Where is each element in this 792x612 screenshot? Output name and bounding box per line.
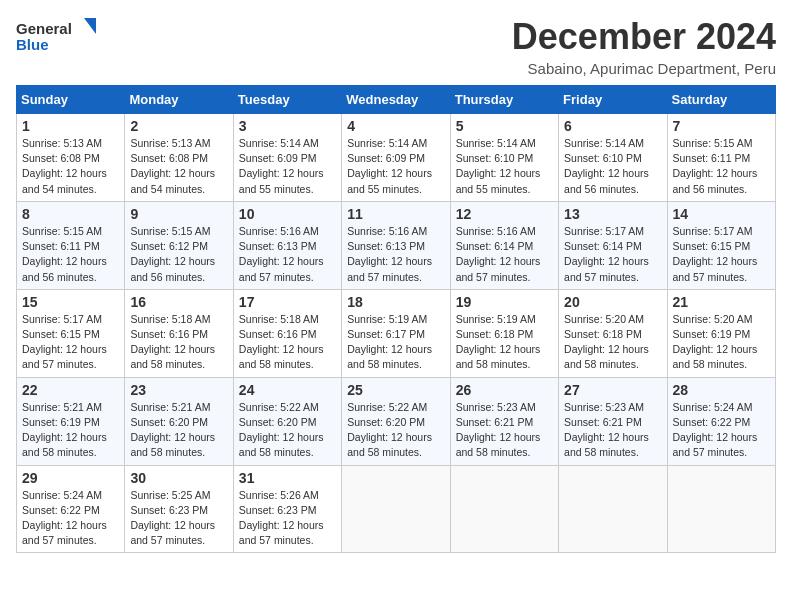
day-number: 12 xyxy=(456,206,553,222)
calendar-cell: 11 Sunrise: 5:16 AM Sunset: 6:13 PM Dayl… xyxy=(342,201,450,289)
calendar-cell: 15 Sunrise: 5:17 AM Sunset: 6:15 PM Dayl… xyxy=(17,289,125,377)
day-number: 7 xyxy=(673,118,770,134)
calendar-cell: 18 Sunrise: 5:19 AM Sunset: 6:17 PM Dayl… xyxy=(342,289,450,377)
svg-text:General: General xyxy=(16,20,72,37)
calendar-cell: 7 Sunrise: 5:15 AM Sunset: 6:11 PM Dayli… xyxy=(667,114,775,202)
location-title: Sabaino, Apurimac Department, Peru xyxy=(512,60,776,77)
day-info: Sunrise: 5:19 AM Sunset: 6:17 PM Dayligh… xyxy=(347,312,444,373)
header-thursday: Thursday xyxy=(450,86,558,114)
svg-marker-2 xyxy=(84,18,96,34)
month-title: December 2024 xyxy=(512,16,776,58)
calendar-cell: 14 Sunrise: 5:17 AM Sunset: 6:15 PM Dayl… xyxy=(667,201,775,289)
calendar-cell: 31 Sunrise: 5:26 AM Sunset: 6:23 PM Dayl… xyxy=(233,465,341,553)
calendar-cell: 29 Sunrise: 5:24 AM Sunset: 6:22 PM Dayl… xyxy=(17,465,125,553)
day-number: 29 xyxy=(22,470,119,486)
logo: General Blue xyxy=(16,16,96,56)
day-info: Sunrise: 5:17 AM Sunset: 6:15 PM Dayligh… xyxy=(673,224,770,285)
day-info: Sunrise: 5:23 AM Sunset: 6:21 PM Dayligh… xyxy=(564,400,661,461)
calendar-cell: 24 Sunrise: 5:22 AM Sunset: 6:20 PM Dayl… xyxy=(233,377,341,465)
day-info: Sunrise: 5:20 AM Sunset: 6:19 PM Dayligh… xyxy=(673,312,770,373)
day-number: 21 xyxy=(673,294,770,310)
header-wednesday: Wednesday xyxy=(342,86,450,114)
day-info: Sunrise: 5:16 AM Sunset: 6:13 PM Dayligh… xyxy=(239,224,336,285)
day-number: 8 xyxy=(22,206,119,222)
weekday-header-row: Sunday Monday Tuesday Wednesday Thursday… xyxy=(17,86,776,114)
calendar-cell: 12 Sunrise: 5:16 AM Sunset: 6:14 PM Dayl… xyxy=(450,201,558,289)
day-info: Sunrise: 5:18 AM Sunset: 6:16 PM Dayligh… xyxy=(130,312,227,373)
day-info: Sunrise: 5:14 AM Sunset: 6:10 PM Dayligh… xyxy=(456,136,553,197)
day-number: 24 xyxy=(239,382,336,398)
day-number: 2 xyxy=(130,118,227,134)
day-number: 17 xyxy=(239,294,336,310)
day-info: Sunrise: 5:20 AM Sunset: 6:18 PM Dayligh… xyxy=(564,312,661,373)
calendar-cell: 6 Sunrise: 5:14 AM Sunset: 6:10 PM Dayli… xyxy=(559,114,667,202)
calendar-cell xyxy=(342,465,450,553)
calendar-cell: 20 Sunrise: 5:20 AM Sunset: 6:18 PM Dayl… xyxy=(559,289,667,377)
day-info: Sunrise: 5:15 AM Sunset: 6:12 PM Dayligh… xyxy=(130,224,227,285)
day-info: Sunrise: 5:16 AM Sunset: 6:13 PM Dayligh… xyxy=(347,224,444,285)
header-friday: Friday xyxy=(559,86,667,114)
calendar-cell: 23 Sunrise: 5:21 AM Sunset: 6:20 PM Dayl… xyxy=(125,377,233,465)
day-number: 26 xyxy=(456,382,553,398)
day-info: Sunrise: 5:17 AM Sunset: 6:14 PM Dayligh… xyxy=(564,224,661,285)
day-number: 25 xyxy=(347,382,444,398)
day-number: 28 xyxy=(673,382,770,398)
day-number: 14 xyxy=(673,206,770,222)
day-number: 4 xyxy=(347,118,444,134)
calendar-cell: 28 Sunrise: 5:24 AM Sunset: 6:22 PM Dayl… xyxy=(667,377,775,465)
calendar-cell: 5 Sunrise: 5:14 AM Sunset: 6:10 PM Dayli… xyxy=(450,114,558,202)
calendar-cell: 1 Sunrise: 5:13 AM Sunset: 6:08 PM Dayli… xyxy=(17,114,125,202)
day-info: Sunrise: 5:15 AM Sunset: 6:11 PM Dayligh… xyxy=(22,224,119,285)
calendar-cell: 25 Sunrise: 5:22 AM Sunset: 6:20 PM Dayl… xyxy=(342,377,450,465)
day-info: Sunrise: 5:22 AM Sunset: 6:20 PM Dayligh… xyxy=(239,400,336,461)
week-row-4: 22 Sunrise: 5:21 AM Sunset: 6:19 PM Dayl… xyxy=(17,377,776,465)
day-number: 11 xyxy=(347,206,444,222)
day-info: Sunrise: 5:13 AM Sunset: 6:08 PM Dayligh… xyxy=(22,136,119,197)
calendar-cell: 8 Sunrise: 5:15 AM Sunset: 6:11 PM Dayli… xyxy=(17,201,125,289)
title-area: December 2024 Sabaino, Apurimac Departme… xyxy=(512,16,776,77)
calendar-cell xyxy=(559,465,667,553)
calendar-cell: 30 Sunrise: 5:25 AM Sunset: 6:23 PM Dayl… xyxy=(125,465,233,553)
calendar-cell xyxy=(667,465,775,553)
day-info: Sunrise: 5:18 AM Sunset: 6:16 PM Dayligh… xyxy=(239,312,336,373)
day-info: Sunrise: 5:14 AM Sunset: 6:09 PM Dayligh… xyxy=(347,136,444,197)
day-number: 27 xyxy=(564,382,661,398)
day-info: Sunrise: 5:13 AM Sunset: 6:08 PM Dayligh… xyxy=(130,136,227,197)
day-number: 3 xyxy=(239,118,336,134)
calendar-cell: 22 Sunrise: 5:21 AM Sunset: 6:19 PM Dayl… xyxy=(17,377,125,465)
day-number: 18 xyxy=(347,294,444,310)
day-info: Sunrise: 5:15 AM Sunset: 6:11 PM Dayligh… xyxy=(673,136,770,197)
calendar-table: Sunday Monday Tuesday Wednesday Thursday… xyxy=(16,85,776,553)
calendar-cell: 3 Sunrise: 5:14 AM Sunset: 6:09 PM Dayli… xyxy=(233,114,341,202)
day-number: 15 xyxy=(22,294,119,310)
day-info: Sunrise: 5:24 AM Sunset: 6:22 PM Dayligh… xyxy=(22,488,119,549)
day-number: 23 xyxy=(130,382,227,398)
day-number: 16 xyxy=(130,294,227,310)
day-info: Sunrise: 5:26 AM Sunset: 6:23 PM Dayligh… xyxy=(239,488,336,549)
day-info: Sunrise: 5:23 AM Sunset: 6:21 PM Dayligh… xyxy=(456,400,553,461)
day-number: 19 xyxy=(456,294,553,310)
week-row-3: 15 Sunrise: 5:17 AM Sunset: 6:15 PM Dayl… xyxy=(17,289,776,377)
calendar-cell xyxy=(450,465,558,553)
calendar-cell: 2 Sunrise: 5:13 AM Sunset: 6:08 PM Dayli… xyxy=(125,114,233,202)
logo-svg: General Blue xyxy=(16,16,96,56)
day-info: Sunrise: 5:22 AM Sunset: 6:20 PM Dayligh… xyxy=(347,400,444,461)
day-number: 30 xyxy=(130,470,227,486)
day-number: 1 xyxy=(22,118,119,134)
calendar-cell: 9 Sunrise: 5:15 AM Sunset: 6:12 PM Dayli… xyxy=(125,201,233,289)
calendar-cell: 4 Sunrise: 5:14 AM Sunset: 6:09 PM Dayli… xyxy=(342,114,450,202)
calendar-cell: 10 Sunrise: 5:16 AM Sunset: 6:13 PM Dayl… xyxy=(233,201,341,289)
day-info: Sunrise: 5:21 AM Sunset: 6:19 PM Dayligh… xyxy=(22,400,119,461)
header: General Blue December 2024 Sabaino, Apur… xyxy=(16,16,776,77)
day-info: Sunrise: 5:16 AM Sunset: 6:14 PM Dayligh… xyxy=(456,224,553,285)
svg-text:Blue: Blue xyxy=(16,36,49,53)
calendar-cell: 27 Sunrise: 5:23 AM Sunset: 6:21 PM Dayl… xyxy=(559,377,667,465)
day-number: 20 xyxy=(564,294,661,310)
day-info: Sunrise: 5:19 AM Sunset: 6:18 PM Dayligh… xyxy=(456,312,553,373)
week-row-5: 29 Sunrise: 5:24 AM Sunset: 6:22 PM Dayl… xyxy=(17,465,776,553)
day-info: Sunrise: 5:14 AM Sunset: 6:09 PM Dayligh… xyxy=(239,136,336,197)
calendar-cell: 26 Sunrise: 5:23 AM Sunset: 6:21 PM Dayl… xyxy=(450,377,558,465)
calendar-cell: 13 Sunrise: 5:17 AM Sunset: 6:14 PM Dayl… xyxy=(559,201,667,289)
day-number: 9 xyxy=(130,206,227,222)
calendar-cell: 19 Sunrise: 5:19 AM Sunset: 6:18 PM Dayl… xyxy=(450,289,558,377)
